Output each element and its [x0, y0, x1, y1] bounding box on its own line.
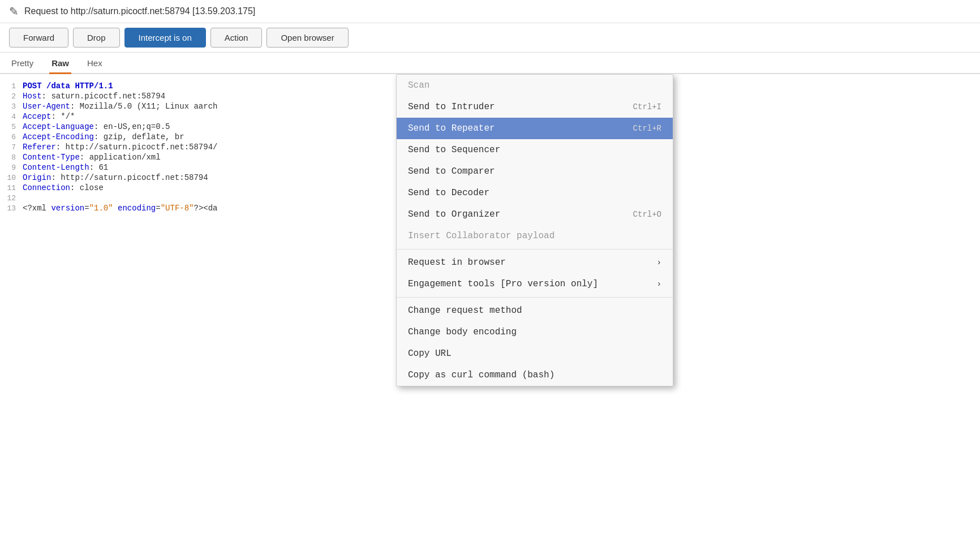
menu-item-copy-url[interactable]: Copy URL: [397, 343, 673, 364]
menu-item-send-organizer-shortcut: Ctrl+O: [633, 210, 661, 219]
menu-item-scan: Scan: [397, 75, 673, 96]
menu-item-insert-collaborator: Insert Collaborator payload: [397, 225, 673, 247]
menu-item-send-repeater-label: Send to Repeater: [408, 123, 495, 134]
action-button[interactable]: Action: [210, 28, 263, 48]
menu-item-send-intruder[interactable]: Send to Intruder Ctrl+I: [397, 96, 673, 118]
menu-item-engagement-tools-arrow: ›: [657, 279, 661, 289]
tabs-row: Pretty Raw Hex: [0, 53, 980, 74]
menu-divider-1: [397, 249, 673, 250]
menu-item-send-repeater[interactable]: Send to Repeater Ctrl+R: [397, 118, 673, 139]
menu-item-send-organizer-label: Send to Organizer: [408, 209, 500, 220]
tab-pretty[interactable]: Pretty: [9, 53, 36, 74]
tab-hex[interactable]: Hex: [85, 53, 105, 74]
menu-item-change-request-method[interactable]: Change request method: [397, 300, 673, 321]
main-container: ✎ Request to http://saturn.picoctf.net:5…: [0, 0, 980, 542]
drop-button[interactable]: Drop: [73, 28, 120, 48]
menu-item-send-decoder[interactable]: Send to Decoder: [397, 182, 673, 204]
menu-item-scan-label: Scan: [408, 80, 429, 91]
menu-item-copy-curl-label: Copy as curl command (bash): [408, 370, 555, 380]
menu-item-send-comparer[interactable]: Send to Comparer: [397, 161, 673, 182]
menu-item-change-body-encoding[interactable]: Change body encoding: [397, 321, 673, 343]
open-browser-button[interactable]: Open browser: [267, 28, 348, 48]
menu-item-engagement-tools[interactable]: Engagement tools [Pro version only] ›: [397, 273, 673, 295]
menu-item-send-comparer-label: Send to Comparer: [408, 166, 495, 177]
pencil-icon: ✎: [9, 5, 19, 18]
tab-raw[interactable]: Raw: [49, 53, 71, 74]
menu-item-engagement-tools-label: Engagement tools [Pro version only]: [408, 279, 598, 289]
menu-item-copy-url-label: Copy URL: [408, 349, 452, 359]
request-title: Request to http://saturn.picoctf.net:587…: [24, 6, 255, 16]
menu-item-send-sequencer[interactable]: Send to Sequencer: [397, 139, 673, 161]
menu-item-send-decoder-label: Send to Decoder: [408, 188, 489, 198]
menu-item-send-organizer[interactable]: Send to Organizer Ctrl+O: [397, 204, 673, 225]
action-dropdown-menu: Scan Send to Intruder Ctrl+I Send to Rep…: [396, 74, 673, 386]
toolbar: Forward Drop Intercept is on Action Open…: [0, 23, 980, 53]
menu-item-send-repeater-shortcut: Ctrl+R: [633, 124, 661, 133]
menu-item-change-body-encoding-label: Change body encoding: [408, 327, 517, 337]
menu-item-request-in-browser[interactable]: Request in browser ›: [397, 252, 673, 273]
menu-item-request-in-browser-label: Request in browser: [408, 257, 506, 268]
menu-item-send-intruder-label: Send to Intruder: [408, 102, 495, 112]
request-body: 1 POST /data HTTP/1.1 2 Host: saturn.pic…: [0, 74, 980, 542]
menu-item-request-in-browser-arrow: ›: [657, 258, 661, 267]
menu-divider-2: [397, 297, 673, 298]
forward-button[interactable]: Forward: [9, 28, 68, 48]
intercept-button[interactable]: Intercept is on: [124, 28, 206, 48]
menu-item-change-request-method-label: Change request method: [408, 306, 522, 316]
menu-item-send-sequencer-label: Send to Sequencer: [408, 145, 500, 155]
menu-item-send-intruder-shortcut: Ctrl+I: [633, 102, 661, 111]
menu-item-insert-collaborator-label: Insert Collaborator payload: [408, 231, 555, 241]
title-bar: ✎ Request to http://saturn.picoctf.net:5…: [0, 0, 980, 23]
menu-item-copy-curl[interactable]: Copy as curl command (bash): [397, 364, 673, 386]
